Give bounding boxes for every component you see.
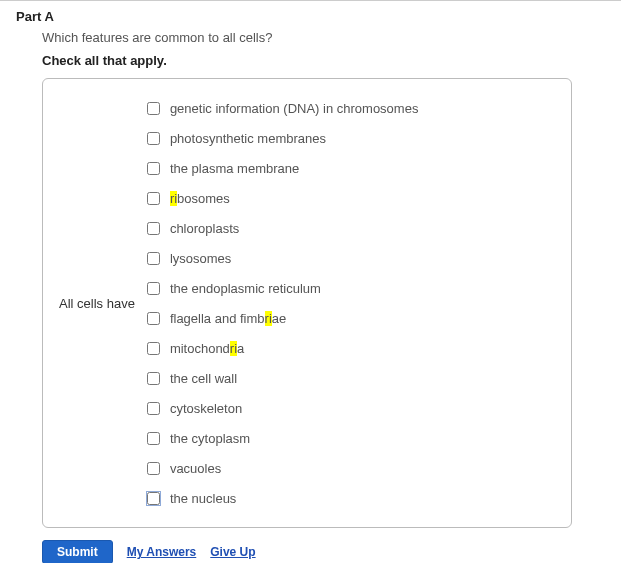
option-label: the cell wall [170, 371, 237, 386]
part-label: Part A [0, 1, 621, 28]
option-label: chloroplasts [170, 221, 239, 236]
option-flagella: flagella and fimbriae [147, 303, 419, 333]
highlight: ri [170, 191, 177, 206]
checkbox-photosynthetic[interactable] [147, 132, 160, 145]
option-vacuoles: vacuoles [147, 453, 419, 483]
row-label: All cells have [53, 296, 147, 311]
checkbox-lysosomes[interactable] [147, 252, 160, 265]
checkbox-chloroplasts[interactable] [147, 222, 160, 235]
option-label: the plasma membrane [170, 161, 299, 176]
option-label: ribosomes [170, 191, 230, 206]
option-label: vacuoles [170, 461, 221, 476]
highlight: ri [265, 311, 272, 326]
checkbox-ribosomes[interactable] [147, 192, 160, 205]
answer-box: All cells have genetic information (DNA)… [42, 78, 572, 528]
checkbox-mitochondria[interactable] [147, 342, 160, 355]
option-label: lysosomes [170, 251, 231, 266]
checkbox-dna[interactable] [147, 102, 160, 115]
option-dna: genetic information (DNA) in chromosomes [147, 93, 419, 123]
option-plasma-membrane: the plasma membrane [147, 153, 419, 183]
checkbox-cytoplasm[interactable] [147, 432, 160, 445]
option-chloroplasts: chloroplasts [147, 213, 419, 243]
option-label: the endoplasmic reticulum [170, 281, 321, 296]
option-label: cytoskeleton [170, 401, 242, 416]
button-row: Submit My Answers Give Up [42, 540, 621, 563]
option-lysosomes: lysosomes [147, 243, 419, 273]
my-answers-link[interactable]: My Answers [127, 545, 197, 559]
option-cell-wall: the cell wall [147, 363, 419, 393]
option-label: mitochondria [170, 341, 244, 356]
option-label: genetic information (DNA) in chromosomes [170, 101, 419, 116]
option-ribosomes: ribosomes [147, 183, 419, 213]
give-up-link[interactable]: Give Up [210, 545, 255, 559]
options-list: genetic information (DNA) in chromosomes… [147, 93, 419, 513]
checkbox-cell-wall[interactable] [147, 372, 160, 385]
option-er: the endoplasmic reticulum [147, 273, 419, 303]
checkbox-er[interactable] [147, 282, 160, 295]
checkbox-cytoskeleton[interactable] [147, 402, 160, 415]
option-cytoskeleton: cytoskeleton [147, 393, 419, 423]
option-mitochondria: mitochondria [147, 333, 419, 363]
option-label: photosynthetic membranes [170, 131, 326, 146]
option-cytoplasm: the cytoplasm [147, 423, 419, 453]
checkbox-vacuoles[interactable] [147, 462, 160, 475]
checkbox-flagella[interactable] [147, 312, 160, 325]
option-label: flagella and fimbriae [170, 311, 286, 326]
option-label: the cytoplasm [170, 431, 250, 446]
checkbox-nucleus[interactable] [147, 492, 160, 505]
option-nucleus: the nucleus [147, 483, 419, 513]
option-label: the nucleus [170, 491, 237, 506]
option-photosynthetic: photosynthetic membranes [147, 123, 419, 153]
question-text: Which features are common to all cells? [0, 28, 621, 53]
highlight: ri [230, 341, 237, 356]
instruction-text: Check all that apply. [0, 53, 621, 78]
submit-button[interactable]: Submit [42, 540, 113, 563]
checkbox-plasma-membrane[interactable] [147, 162, 160, 175]
